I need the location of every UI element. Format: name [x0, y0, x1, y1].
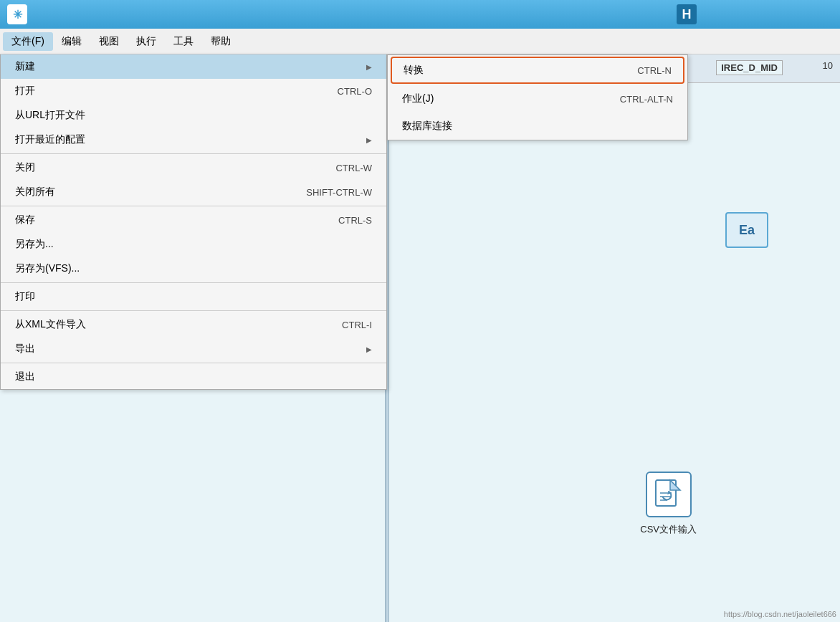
- menu-file[interactable]: 文件(F): [3, 32, 53, 51]
- file-menu-print[interactable]: 打印: [1, 284, 386, 309]
- menu-view[interactable]: 视图: [90, 32, 128, 51]
- file-dropdown-menu: 新建 ▶ 打开 CTRL-O 从URL打开文件 打开最近的配置 ▶ 关闭 CTR…: [0, 54, 387, 390]
- arrow-icon-recent: ▶: [366, 136, 372, 144]
- csv-icon-area: CSV文件输入: [640, 472, 697, 536]
- file-menu-import-xml[interactable]: 从XML文件导入 CTRL-I: [1, 312, 386, 337]
- ea-box: Ea: [725, 212, 768, 248]
- separator-1: [1, 153, 386, 154]
- title-bar: ✳ H: [0, 0, 840, 29]
- plus-button[interactable]: H: [677, 4, 697, 24]
- new-submenu-transform[interactable]: 转换 CTRL-N: [391, 57, 684, 84]
- file-menu-open-url[interactable]: 从URL打开文件: [1, 103, 386, 128]
- menu-tools[interactable]: 工具: [165, 32, 202, 51]
- separator-2: [1, 206, 386, 206]
- csv-icon[interactable]: [646, 472, 692, 517]
- irec-label: IREC_D_MID: [716, 60, 783, 75]
- new-submenu: 转换 CTRL-N 作业(J) CTRL-ALT-N 数据库连接: [387, 54, 688, 140]
- file-menu-quit[interactable]: 退出: [1, 365, 386, 389]
- watermark: https://blog.csdn.net/jaoleilet666: [724, 610, 836, 618]
- app-icon: ✳: [7, 4, 27, 24]
- file-menu-export[interactable]: 导出 ▶: [1, 337, 386, 361]
- csv-label: CSV文件输入: [640, 523, 697, 536]
- file-menu-save-vfs[interactable]: 另存为(VFS)...: [1, 257, 386, 281]
- main-area: ▶ ⏸ ⏺ ⏩ ▷ ↩ ↪ 📋 🔍 ⊞ IREC_D_MID 10 Ea: [0, 54, 840, 622]
- new-submenu-job[interactable]: 作业(J) CTRL-ALT-N: [388, 85, 687, 113]
- arrow-icon-export: ▶: [366, 345, 372, 353]
- menu-edit[interactable]: 编辑: [53, 32, 90, 51]
- separator-3: [1, 282, 386, 283]
- file-menu-open-recent[interactable]: 打开最近的配置 ▶: [1, 128, 386, 152]
- menu-bar: 文件(F) 编辑 视图 执行 工具 帮助: [0, 29, 840, 54]
- menu-execute[interactable]: 执行: [128, 32, 165, 51]
- file-menu-save-as[interactable]: 另存为...: [1, 232, 386, 257]
- separator-5: [1, 363, 386, 363]
- file-menu-new[interactable]: 新建 ▶: [1, 54, 386, 79]
- menu-help[interactable]: 帮助: [202, 32, 239, 51]
- csv-file-icon: [654, 479, 683, 510]
- num-display: 10: [823, 60, 833, 71]
- separator-4: [1, 310, 386, 311]
- file-menu-close-all[interactable]: 关闭所有 SHIFT-CTRL-W: [1, 180, 386, 204]
- new-submenu-db-connect[interactable]: 数据库连接: [388, 113, 687, 140]
- file-menu-save[interactable]: 保存 CTRL-S: [1, 208, 386, 232]
- arrow-icon: ▶: [366, 63, 372, 71]
- file-menu-open[interactable]: 打开 CTRL-O: [1, 79, 386, 103]
- file-menu-close[interactable]: 关闭 CTRL-W: [1, 156, 386, 180]
